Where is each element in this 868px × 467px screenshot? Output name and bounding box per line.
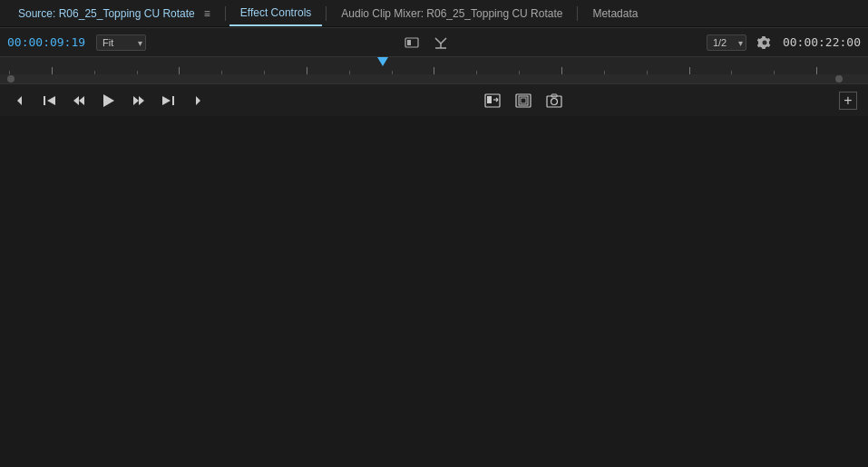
svg-point-14 xyxy=(762,40,766,44)
play-button[interactable] xyxy=(96,91,122,111)
tab-effect-controls[interactable]: Effect Controls xyxy=(229,0,322,26)
tab-audio-clip-mixer[interactable]: Audio Clip Mixer: R06_25_Topping CU Rota… xyxy=(330,0,573,26)
goto-out-button[interactable] xyxy=(156,92,180,110)
current-timecode[interactable]: 00:00:09:19 xyxy=(7,35,89,49)
playhead-indicator[interactable] xyxy=(377,57,388,66)
step-back-button[interactable] xyxy=(67,92,91,110)
svg-rect-33 xyxy=(521,98,526,103)
svg-marker-20 xyxy=(103,94,114,107)
goto-in-button[interactable] xyxy=(38,92,62,110)
export-frame-button[interactable] xyxy=(480,91,505,111)
svg-point-35 xyxy=(551,98,557,104)
svg-marker-22 xyxy=(139,96,144,105)
tab-source[interactable]: Source: R06_25_Topping CU Rotate ≡ xyxy=(7,0,221,26)
svg-marker-17 xyxy=(47,96,55,105)
scrub-start-marker xyxy=(7,75,15,83)
scrub-end-marker xyxy=(835,75,843,83)
playhead-diamond xyxy=(377,57,388,66)
mark-in-button[interactable] xyxy=(11,92,33,110)
resolution-select[interactable]: Full 1/2 1/4 1/8 xyxy=(707,34,746,51)
settings-button[interactable] xyxy=(754,34,775,52)
svg-rect-34 xyxy=(547,96,561,107)
scaling-select[interactable]: Fit 100% 50% 25% Fill xyxy=(96,34,146,51)
source-tab-title: Source: R06_25_Topping CU Rotate xyxy=(18,7,195,20)
svg-rect-11 xyxy=(407,40,411,45)
svg-marker-24 xyxy=(162,96,171,105)
source-menu-icon[interactable]: ≡ xyxy=(204,7,210,20)
svg-marker-19 xyxy=(73,96,79,105)
svg-marker-25 xyxy=(196,96,200,105)
svg-marker-18 xyxy=(79,96,84,105)
svg-rect-32 xyxy=(519,96,528,105)
tab-divider-1 xyxy=(225,6,226,21)
safe-margins-button[interactable] xyxy=(511,91,536,111)
tab-divider-3 xyxy=(577,6,578,21)
tab-bar: Source: R06_25_Topping CU Rotate ≡ Effec… xyxy=(0,0,868,27)
svg-marker-15 xyxy=(17,96,22,105)
step-forward-button[interactable] xyxy=(127,92,151,110)
scaling-select-wrapper[interactable]: Fit 100% 50% 25% Fill xyxy=(96,34,146,51)
export-frame-btn[interactable] xyxy=(430,34,452,51)
end-timecode: 00:00:22:00 xyxy=(783,35,861,49)
tab-metadata[interactable]: Metadata xyxy=(581,0,649,26)
preview-wrapper: Footage Provided By EDITSTOCK Scaling Op… xyxy=(0,27,868,116)
snapshot-button[interactable] xyxy=(541,91,567,111)
svg-rect-27 xyxy=(487,96,492,103)
transport-bar: + xyxy=(0,83,868,116)
insert-button[interactable] xyxy=(401,34,423,51)
tab-divider-2 xyxy=(326,6,327,21)
svg-marker-21 xyxy=(133,96,139,105)
add-button[interactable]: + xyxy=(839,92,857,110)
controls-bar: 00:00:09:19 Fit 100% 50% 25% Fill xyxy=(0,27,868,56)
mark-out-button[interactable] xyxy=(185,92,207,110)
scrub-bar[interactable] xyxy=(0,74,868,83)
resolution-select-wrapper[interactable]: Full 1/2 1/4 1/8 xyxy=(707,34,746,51)
timeline-ruler[interactable] xyxy=(0,56,868,74)
